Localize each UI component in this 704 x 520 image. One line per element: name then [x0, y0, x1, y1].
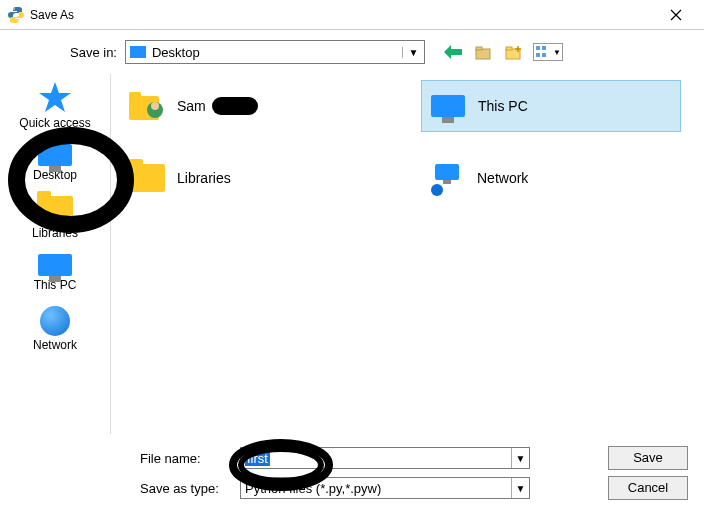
svg-point-17: [431, 184, 443, 196]
svg-rect-7: [536, 53, 540, 57]
list-item[interactable]: Sam: [121, 80, 381, 132]
cancel-button[interactable]: Cancel: [608, 476, 688, 500]
file-name-value: first: [245, 451, 270, 466]
list-item-label: Sam: [177, 98, 206, 114]
user-folder-icon: [127, 86, 167, 126]
folder-icon: [37, 196, 73, 224]
svg-point-14: [151, 102, 159, 110]
sidebar-item-network[interactable]: Network: [10, 306, 100, 352]
save-in-value: Desktop: [152, 45, 402, 60]
chevron-down-icon[interactable]: ▼: [511, 448, 529, 468]
title-bar: Save As: [0, 0, 704, 30]
up-folder-icon[interactable]: [473, 43, 493, 61]
file-listing[interactable]: Sam This PC Libraries Network: [110, 74, 704, 434]
window-title: Save As: [30, 8, 656, 22]
svg-rect-8: [542, 46, 546, 50]
view-menu-icon[interactable]: ▼: [533, 43, 563, 61]
sidebar-item-desktop[interactable]: Desktop: [10, 144, 100, 182]
save-type-value: Python files (*.py,*.pyw): [245, 481, 381, 496]
sidebar-item-label: Network: [33, 338, 77, 352]
svg-rect-3: [476, 47, 482, 50]
save-type-dropdown[interactable]: Python files (*.py,*.pyw) ▼: [240, 477, 530, 499]
list-item-label: This PC: [478, 98, 528, 114]
sidebar-item-label: Quick access: [19, 116, 90, 130]
monitor-icon: [38, 144, 72, 166]
chevron-down-icon[interactable]: ▼: [511, 478, 529, 498]
places-sidebar: Quick access Desktop Libraries This PC N…: [0, 74, 110, 434]
svg-point-0: [13, 8, 15, 10]
svg-rect-6: [536, 46, 540, 50]
redaction-mark: [212, 97, 258, 115]
python-app-icon: [8, 7, 24, 23]
back-icon[interactable]: [443, 43, 463, 61]
svg-rect-15: [435, 164, 459, 180]
svg-rect-5: [506, 47, 512, 50]
list-item[interactable]: Libraries: [121, 152, 381, 204]
monitor-icon: [38, 254, 72, 276]
network-icon: [427, 158, 467, 198]
sidebar-item-this-pc[interactable]: This PC: [10, 254, 100, 292]
list-item-label: Network: [477, 170, 528, 186]
globe-icon: [40, 306, 70, 336]
toolbar: ▼: [443, 43, 563, 61]
sidebar-item-libraries[interactable]: Libraries: [10, 196, 100, 240]
bottom-panel: File name: first ▼ Save Save as type: Py…: [0, 434, 704, 512]
svg-point-1: [17, 20, 19, 22]
file-name-label: File name:: [140, 451, 240, 466]
list-item[interactable]: This PC: [421, 80, 681, 132]
svg-rect-12: [129, 92, 141, 98]
desktop-mini-icon: [130, 46, 146, 58]
svg-rect-16: [443, 180, 451, 184]
svg-rect-9: [542, 53, 546, 57]
save-in-row: Save in: Desktop ▼ ▼: [0, 30, 704, 74]
star-icon: [38, 80, 72, 114]
chevron-down-icon: ▼: [402, 47, 420, 58]
save-button[interactable]: Save: [608, 446, 688, 470]
list-item[interactable]: Network: [421, 152, 681, 204]
file-name-input[interactable]: first ▼: [240, 447, 530, 469]
save-in-label: Save in:: [70, 45, 117, 60]
close-button[interactable]: [656, 1, 696, 29]
save-in-dropdown[interactable]: Desktop ▼: [125, 40, 425, 64]
new-folder-icon[interactable]: [503, 43, 523, 61]
this-pc-icon: [428, 86, 468, 126]
libraries-folder-icon: [127, 158, 167, 198]
sidebar-item-quick-access[interactable]: Quick access: [10, 80, 100, 130]
save-type-label: Save as type:: [140, 481, 240, 496]
list-item-label: Libraries: [177, 170, 231, 186]
sidebar-item-label: Libraries: [32, 226, 78, 240]
svg-marker-10: [39, 82, 71, 112]
